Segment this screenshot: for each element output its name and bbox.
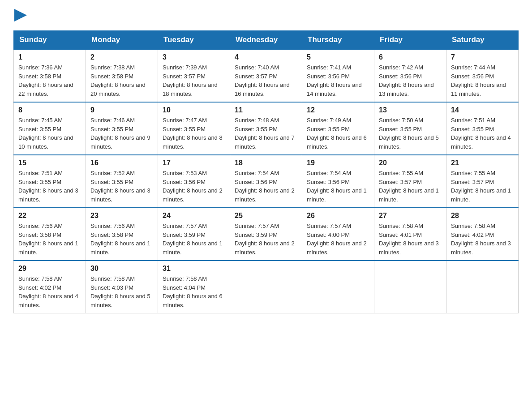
day-number: 29 [18,265,81,273]
calendar-cell: 13 Sunrise: 7:50 AM Sunset: 3:55 PM Dayl… [374,102,446,155]
day-info: Sunrise: 7:48 AM Sunset: 3:55 PM Dayligh… [235,116,297,151]
sunset-label: Sunset: 3:58 PM [90,73,133,80]
calendar-cell: 9 Sunrise: 7:46 AM Sunset: 3:55 PM Dayli… [86,102,158,155]
daylight-label: Daylight: 8 hours and 1 minute. [18,240,78,256]
calendar-cell: 28 Sunrise: 7:58 AM Sunset: 4:02 PM Dayl… [446,208,519,261]
calendar-cell: 5 Sunrise: 7:41 AM Sunset: 3:56 PM Dayli… [302,49,374,102]
day-info: Sunrise: 7:57 AM Sunset: 3:59 PM Dayligh… [163,222,225,257]
daylight-label: Daylight: 8 hours and 1 minute. [379,187,439,203]
day-info: Sunrise: 7:57 AM Sunset: 4:00 PM Dayligh… [307,222,369,257]
day-header-sunday: Sunday [14,31,86,50]
sunrise-label: Sunrise: 7:55 AM [379,170,423,176]
sunrise-label: Sunrise: 7:41 AM [307,64,351,71]
day-number: 28 [451,212,514,220]
sunset-label: Sunset: 3:57 PM [379,179,422,185]
day-number: 23 [90,212,153,220]
daylight-label: Daylight: 8 hours and 1 minute. [90,240,150,256]
calendar-cell: 3 Sunrise: 7:39 AM Sunset: 3:57 PM Dayli… [158,49,230,102]
day-info: Sunrise: 7:41 AM Sunset: 3:56 PM Dayligh… [307,63,369,98]
sunrise-label: Sunrise: 7:50 AM [379,117,423,124]
sunset-label: Sunset: 4:00 PM [307,231,350,238]
sunrise-label: Sunrise: 7:45 AM [18,117,63,124]
sunset-label: Sunset: 3:56 PM [307,73,350,80]
calendar-week-row: 1 Sunrise: 7:36 AM Sunset: 3:58 PM Dayli… [14,49,519,102]
sunset-label: Sunset: 3:55 PM [235,126,278,133]
calendar-cell: 14 Sunrise: 7:51 AM Sunset: 3:55 PM Dayl… [446,102,519,155]
calendar-cell: 20 Sunrise: 7:55 AM Sunset: 3:57 PM Dayl… [374,155,446,208]
sunset-label: Sunset: 3:59 PM [235,231,278,238]
sunrise-label: Sunrise: 7:44 AM [451,64,495,71]
calendar-cell: 16 Sunrise: 7:52 AM Sunset: 3:55 PM Dayl… [86,155,158,208]
sunset-label: Sunset: 3:57 PM [235,73,278,80]
day-number: 17 [163,159,225,167]
daylight-label: Daylight: 8 hours and 20 minutes. [90,81,146,97]
day-number: 10 [163,106,225,114]
sunrise-label: Sunrise: 7:58 AM [90,275,135,282]
sunrise-label: Sunrise: 7:49 AM [307,117,351,124]
day-info: Sunrise: 7:38 AM Sunset: 3:58 PM Dayligh… [90,63,153,98]
calendar-cell: 25 Sunrise: 7:57 AM Sunset: 3:59 PM Dayl… [230,208,302,261]
daylight-label: Daylight: 8 hours and 2 minutes. [307,240,367,256]
sunset-label: Sunset: 3:55 PM [90,126,133,133]
calendar-cell: 26 Sunrise: 7:57 AM Sunset: 4:00 PM Dayl… [302,208,374,261]
daylight-label: Daylight: 8 hours and 6 minutes. [307,134,367,150]
calendar-week-row: 15 Sunrise: 7:51 AM Sunset: 3:55 PM Dayl… [14,155,519,208]
day-number: 4 [235,53,297,61]
day-info: Sunrise: 7:56 AM Sunset: 3:58 PM Dayligh… [18,222,81,257]
day-number: 5 [307,53,369,61]
sunrise-label: Sunrise: 7:57 AM [307,223,351,229]
day-number: 27 [379,212,442,220]
daylight-label: Daylight: 8 hours and 8 minutes. [163,134,223,150]
sunset-label: Sunset: 3:55 PM [163,126,206,133]
day-number: 24 [163,212,225,220]
day-number: 11 [235,106,297,114]
daylight-label: Daylight: 8 hours and 22 minutes. [18,81,73,97]
day-number: 3 [163,53,225,61]
sunset-label: Sunset: 3:57 PM [451,179,494,185]
calendar-cell: 24 Sunrise: 7:57 AM Sunset: 3:59 PM Dayl… [158,208,230,261]
calendar-cell: 10 Sunrise: 7:47 AM Sunset: 3:55 PM Dayl… [158,102,230,155]
daylight-label: Daylight: 8 hours and 6 minutes. [163,293,223,308]
day-info: Sunrise: 7:51 AM Sunset: 3:55 PM Dayligh… [451,116,514,151]
daylight-label: Daylight: 8 hours and 2 minutes. [235,240,295,256]
sunrise-label: Sunrise: 7:54 AM [235,170,279,176]
daylight-label: Daylight: 8 hours and 4 minutes. [451,134,511,150]
day-number: 21 [451,159,514,167]
day-info: Sunrise: 7:58 AM Sunset: 4:02 PM Dayligh… [451,222,514,257]
sunset-label: Sunset: 3:56 PM [451,73,494,80]
days-of-week-row: SundayMondayTuesdayWednesdayThursdayFrid… [14,31,519,50]
day-info: Sunrise: 7:36 AM Sunset: 3:58 PM Dayligh… [18,63,81,98]
sunrise-label: Sunrise: 7:40 AM [235,64,279,71]
sunrise-label: Sunrise: 7:57 AM [235,223,279,229]
daylight-label: Daylight: 8 hours and 3 minutes. [18,187,78,203]
sunrise-label: Sunrise: 7:39 AM [163,64,207,71]
sunrise-label: Sunrise: 7:42 AM [379,64,423,71]
sunset-label: Sunset: 4:03 PM [90,284,133,291]
daylight-label: Daylight: 8 hours and 4 minutes. [18,293,78,308]
calendar-cell: 30 Sunrise: 7:58 AM Sunset: 4:03 PM Dayl… [86,261,158,313]
sunrise-label: Sunrise: 7:51 AM [451,117,495,124]
day-number: 16 [90,159,153,167]
day-number: 13 [379,106,442,114]
daylight-label: Daylight: 8 hours and 9 minutes. [90,134,150,150]
sunset-label: Sunset: 3:55 PM [379,126,422,133]
sunrise-label: Sunrise: 7:58 AM [163,275,207,282]
calendar-cell: 8 Sunrise: 7:45 AM Sunset: 3:55 PM Dayli… [14,102,86,155]
day-info: Sunrise: 7:39 AM Sunset: 3:57 PM Dayligh… [163,63,225,98]
day-info: Sunrise: 7:45 AM Sunset: 3:55 PM Dayligh… [18,116,81,151]
day-info: Sunrise: 7:58 AM Sunset: 4:04 PM Dayligh… [163,274,225,309]
day-header-friday: Friday [374,31,446,50]
page-header [13,9,519,21]
daylight-label: Daylight: 8 hours and 10 minutes. [18,134,73,150]
daylight-label: Daylight: 8 hours and 1 minute. [163,240,223,256]
daylight-label: Daylight: 8 hours and 1 minute. [451,187,511,203]
calendar-cell: 23 Sunrise: 7:56 AM Sunset: 3:58 PM Dayl… [86,208,158,261]
calendar-cell [230,261,302,313]
sunrise-label: Sunrise: 7:58 AM [451,223,495,229]
day-info: Sunrise: 7:58 AM Sunset: 4:01 PM Dayligh… [379,222,442,257]
sunset-label: Sunset: 4:01 PM [379,231,422,238]
calendar-cell [374,261,446,313]
calendar-cell: 29 Sunrise: 7:58 AM Sunset: 4:02 PM Dayl… [14,261,86,313]
sunset-label: Sunset: 4:04 PM [163,284,206,291]
calendar-cell: 22 Sunrise: 7:56 AM Sunset: 3:58 PM Dayl… [14,208,86,261]
